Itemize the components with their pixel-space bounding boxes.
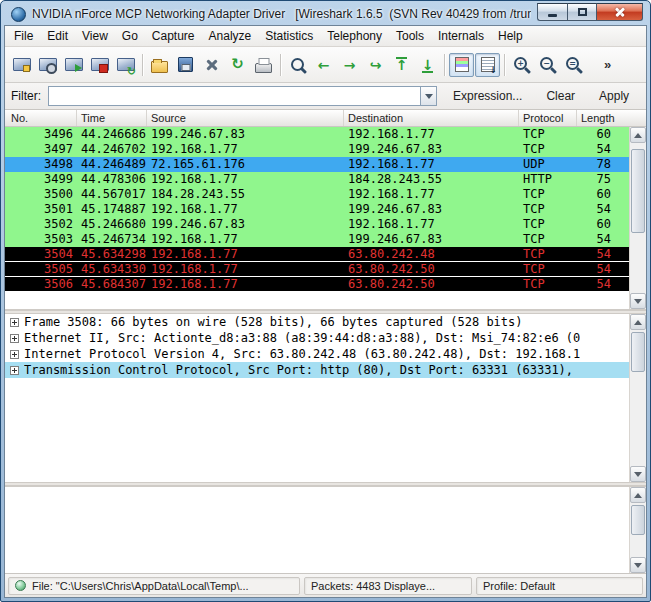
scroll-down-arrow-icon[interactable]	[630, 557, 646, 573]
packet-no: 3505	[5, 262, 77, 276]
titlebar[interactable]: NVIDIA nForce MCP Networking Adapter Dri…	[4, 1, 647, 25]
find-packet-icon[interactable]	[285, 53, 310, 77]
expand-plus-icon[interactable]	[10, 366, 19, 375]
go-back-icon[interactable]	[311, 53, 336, 77]
packet-protocol: TCP	[519, 232, 577, 247]
scrollbar-thumb[interactable]	[631, 505, 645, 535]
zoom-out-icon[interactable]	[535, 53, 560, 77]
maximize-button[interactable]	[567, 3, 596, 21]
packet-row[interactable]: 3501 45.174887 192.168.1.77 199.246.67.8…	[5, 202, 629, 217]
scrollbar-thumb[interactable]	[631, 332, 645, 372]
filter-input[interactable]	[48, 86, 420, 106]
hex-row[interactable]: 0000 00 16 17 74 82 e6 a8 39 44 d8 a3 88…	[9, 490, 629, 504]
open-file-icon[interactable]	[147, 53, 172, 77]
packet-no: 3504	[5, 247, 77, 261]
hex-row[interactable]: 0040 fc 28 .(	[9, 546, 629, 560]
packet-row[interactable]: 3505 45.634330 192.168.1.77 63.80.242.50…	[5, 262, 629, 277]
filter-dropdown-arrow-icon[interactable]	[420, 86, 437, 106]
menu-item[interactable]: File	[7, 27, 40, 45]
scroll-down-arrow-icon[interactable]	[630, 466, 646, 482]
menu-item[interactable]: View	[75, 27, 115, 45]
restart-capture-icon[interactable]	[113, 53, 138, 77]
menu-item[interactable]: Capture	[145, 27, 202, 45]
colorize-icon[interactable]	[449, 53, 474, 77]
detail-row[interactable]: Internet Protocol Version 4, Src: 63.80.…	[5, 346, 629, 362]
menu-item[interactable]: Internals	[431, 27, 491, 45]
packet-row[interactable]: 3506 45.684307 192.168.1.77 63.80.242.50…	[5, 277, 629, 292]
column-header[interactable]: Length	[577, 110, 621, 126]
go-to-bottom-icon[interactable]	[415, 53, 440, 77]
hex-row[interactable]: 0020 01 4d 00 50 f7 63 9f 42 b7 6d 4a 6e…	[9, 518, 629, 532]
packet-source: 192.168.1.77	[147, 277, 344, 291]
detail-row[interactable]: Ethernet II, Src: Actionte_d8:a3:88 (a8:…	[5, 330, 629, 346]
close-file-icon[interactable]	[199, 53, 224, 77]
packet-row[interactable]: 3503 45.246734 192.168.1.77 199.246.67.8…	[5, 232, 629, 247]
stop-capture-icon[interactable]	[87, 53, 112, 77]
expand-plus-icon[interactable]	[10, 350, 19, 359]
capture-options-icon[interactable]	[35, 53, 60, 77]
status-packets-cell: Packets: 4483 Displaye...	[304, 577, 472, 595]
packet-row[interactable]: 3499 44.478306 192.168.1.77 184.28.243.5…	[5, 172, 629, 187]
scroll-up-arrow-icon[interactable]	[630, 314, 646, 330]
hex-scrollbar[interactable]	[629, 487, 646, 573]
clear-button[interactable]: Clear	[538, 86, 583, 106]
zoom-in-icon[interactable]	[509, 53, 534, 77]
expert-info-icon[interactable]	[15, 580, 26, 591]
scroll-up-arrow-icon[interactable]	[630, 127, 646, 143]
menu-item[interactable]: Telephony	[320, 27, 389, 45]
menu-item[interactable]: Go	[115, 27, 145, 45]
column-header[interactable]: Protocol	[519, 110, 577, 126]
expand-plus-icon[interactable]	[10, 334, 19, 343]
packet-row[interactable]: 3497 44.246702 192.168.1.77 199.246.67.8…	[5, 142, 629, 157]
column-header[interactable]: Time	[77, 110, 147, 126]
packet-no: 3503	[5, 232, 77, 247]
save-file-icon[interactable]	[173, 53, 198, 77]
column-header[interactable]: No.	[5, 110, 77, 126]
zoom-100-icon[interactable]	[561, 53, 586, 77]
packet-time: 44.246686	[77, 127, 147, 142]
scroll-down-arrow-icon[interactable]	[630, 293, 646, 309]
go-to-packet-icon[interactable]	[363, 53, 388, 77]
scrollbar-thumb[interactable]	[631, 149, 645, 233]
go-forward-icon[interactable]	[337, 53, 362, 77]
detail-text: Ethernet II, Src: Actionte_d8:a3:88 (a8:…	[24, 330, 580, 346]
minimize-button[interactable]	[537, 3, 567, 21]
packet-length: 54	[577, 262, 621, 276]
hex-row[interactable]: 0010 00 34 56 46 40 00 35 06 fc 07 3f 50…	[9, 504, 629, 518]
menubar: File Edit View Go Capture Analyze Statis…	[5, 26, 646, 47]
column-header[interactable]: Destination	[344, 110, 519, 126]
menu-item[interactable]: Statistics	[258, 27, 320, 45]
scroll-up-arrow-icon[interactable]	[630, 487, 646, 503]
menu-item[interactable]: Tools	[389, 27, 431, 45]
interfaces-icon[interactable]	[9, 53, 34, 77]
expression-button[interactable]: Expression...	[445, 86, 530, 106]
autoscroll-icon[interactable]	[475, 53, 500, 77]
hex-row[interactable]: 0030 16 59 d0 f5 00 00 01 01 05 0a 74 0c…	[9, 532, 629, 546]
menu-item[interactable]: Analyze	[202, 27, 259, 45]
menu-item[interactable]: Edit	[40, 27, 75, 45]
packet-row[interactable]: 3500 44.567017 184.28.243.55 192.168.1.7…	[5, 187, 629, 202]
detail-row[interactable]: Transmission Control Protocol, Src Port:…	[5, 362, 629, 378]
apply-button[interactable]: Apply	[591, 86, 637, 106]
packet-no: 3502	[5, 217, 77, 232]
column-header[interactable]: Source	[147, 110, 344, 126]
toolbar-overflow-chevron[interactable]: »	[600, 57, 615, 72]
expand-plus-icon[interactable]	[10, 318, 19, 327]
print-icon[interactable]	[251, 53, 276, 77]
window-controls	[537, 3, 643, 21]
go-to-top-icon[interactable]	[389, 53, 414, 77]
packet-row[interactable]: 3504 45.634298 192.168.1.77 63.80.242.48…	[5, 247, 629, 262]
detail-row[interactable]: Frame 3508: 66 bytes on wire (528 bits),…	[5, 314, 629, 330]
packet-row[interactable]: 3502 45.246680 199.246.67.83 192.168.1.7…	[5, 217, 629, 232]
toolbar-separator	[444, 54, 445, 76]
packet-row[interactable]: 3496 44.246686 199.246.67.83 192.168.1.7…	[5, 127, 629, 142]
start-capture-icon[interactable]	[61, 53, 86, 77]
toolbar-separator	[504, 54, 505, 76]
packet-list-scrollbar[interactable]	[629, 127, 646, 309]
status-file-cell: File: "C:\Users\Chris\AppData\Local\Temp…	[8, 577, 300, 595]
details-scrollbar[interactable]	[629, 314, 646, 482]
reload-icon[interactable]	[225, 53, 250, 77]
packet-row[interactable]: 3498 44.246489 72.165.61.176 192.168.1.7…	[5, 157, 629, 172]
menu-item[interactable]: Help	[491, 27, 530, 45]
close-button[interactable]	[596, 3, 643, 21]
